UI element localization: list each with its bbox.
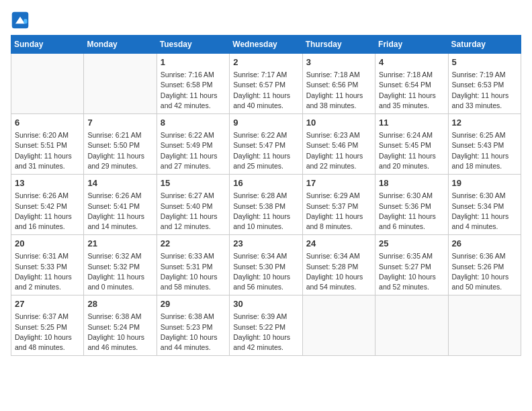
day-info: Sunrise: 6:28 AM Sunset: 5:38 PM Dayligh… (233, 191, 298, 232)
day-number: 2 (233, 56, 298, 68)
day-number: 29 (161, 298, 226, 310)
calendar-cell (11, 54, 84, 114)
day-number: 6 (15, 117, 80, 129)
logo (11, 11, 32, 30)
calendar-cell: 15Sunrise: 6:27 AM Sunset: 5:40 PM Dayli… (157, 175, 229, 235)
calendar-cell (302, 295, 375, 356)
day-of-week-header: Wednesday (230, 36, 302, 54)
day-number: 12 (452, 117, 517, 129)
day-info: Sunrise: 7:18 AM Sunset: 6:54 PM Dayligh… (379, 70, 444, 111)
calendar-cell: 12Sunrise: 6:25 AM Sunset: 5:43 PM Dayli… (448, 114, 521, 175)
day-info: Sunrise: 6:30 AM Sunset: 5:36 PM Dayligh… (379, 191, 444, 232)
day-of-week-header: Tuesday (157, 36, 229, 54)
day-info: Sunrise: 6:37 AM Sunset: 5:25 PM Dayligh… (15, 312, 80, 353)
calendar-week-row: 6Sunrise: 6:20 AM Sunset: 5:51 PM Daylig… (11, 114, 521, 175)
day-number: 26 (452, 238, 517, 250)
day-info: Sunrise: 6:26 AM Sunset: 5:41 PM Dayligh… (87, 191, 152, 232)
calendar-cell: 6Sunrise: 6:20 AM Sunset: 5:51 PM Daylig… (11, 114, 84, 175)
day-number: 25 (379, 238, 444, 250)
day-info: Sunrise: 7:16 AM Sunset: 6:58 PM Dayligh… (161, 70, 226, 111)
calendar-table: SundayMondayTuesdayWednesdayThursdayFrid… (11, 35, 521, 356)
day-info: Sunrise: 6:33 AM Sunset: 5:31 PM Dayligh… (161, 251, 226, 292)
svg-rect-2 (24, 19, 27, 24)
day-number: 19 (452, 177, 517, 189)
calendar-cell: 16Sunrise: 6:28 AM Sunset: 5:38 PM Dayli… (230, 175, 302, 235)
day-number: 28 (87, 298, 152, 310)
day-number: 22 (161, 238, 226, 250)
calendar-cell: 24Sunrise: 6:34 AM Sunset: 5:28 PM Dayli… (302, 235, 375, 295)
day-info: Sunrise: 6:35 AM Sunset: 5:27 PM Dayligh… (379, 251, 444, 292)
day-info: Sunrise: 6:20 AM Sunset: 5:51 PM Dayligh… (15, 130, 80, 171)
day-number: 17 (306, 177, 371, 189)
calendar-header-row: SundayMondayTuesdayWednesdayThursdayFrid… (11, 36, 521, 54)
day-info: Sunrise: 6:38 AM Sunset: 5:23 PM Dayligh… (161, 312, 226, 353)
day-of-week-header: Friday (375, 36, 448, 54)
day-number: 10 (306, 117, 371, 129)
calendar-cell: 19Sunrise: 6:30 AM Sunset: 5:34 PM Dayli… (448, 175, 521, 235)
calendar-body: 1Sunrise: 7:16 AM Sunset: 6:58 PM Daylig… (11, 54, 521, 356)
day-info: Sunrise: 6:26 AM Sunset: 5:42 PM Dayligh… (15, 191, 80, 232)
calendar-cell: 14Sunrise: 6:26 AM Sunset: 5:41 PM Dayli… (84, 175, 157, 235)
calendar-cell: 26Sunrise: 6:36 AM Sunset: 5:26 PM Dayli… (448, 235, 521, 295)
day-number: 27 (15, 298, 80, 310)
calendar-cell: 17Sunrise: 6:29 AM Sunset: 5:37 PM Dayli… (302, 175, 375, 235)
calendar-week-row: 27Sunrise: 6:37 AM Sunset: 5:25 PM Dayli… (11, 295, 521, 356)
calendar-cell: 3Sunrise: 7:18 AM Sunset: 6:56 PM Daylig… (302, 54, 375, 114)
day-number: 8 (161, 117, 226, 129)
calendar-cell: 7Sunrise: 6:21 AM Sunset: 5:50 PM Daylig… (84, 114, 157, 175)
day-number: 20 (15, 238, 80, 250)
day-info: Sunrise: 6:21 AM Sunset: 5:50 PM Dayligh… (87, 130, 152, 171)
calendar-cell: 2Sunrise: 7:17 AM Sunset: 6:57 PM Daylig… (230, 54, 302, 114)
day-info: Sunrise: 7:18 AM Sunset: 6:56 PM Dayligh… (306, 70, 371, 111)
day-number: 30 (233, 298, 298, 310)
day-number: 11 (379, 117, 444, 129)
day-number: 7 (87, 117, 152, 129)
calendar-cell: 4Sunrise: 7:18 AM Sunset: 6:54 PM Daylig… (375, 54, 448, 114)
calendar-cell: 30Sunrise: 6:39 AM Sunset: 5:22 PM Dayli… (230, 295, 302, 356)
day-of-week-header: Thursday (302, 36, 375, 54)
calendar-week-row: 1Sunrise: 7:16 AM Sunset: 6:58 PM Daylig… (11, 54, 521, 114)
calendar-cell: 28Sunrise: 6:38 AM Sunset: 5:24 PM Dayli… (84, 295, 157, 356)
day-number: 18 (379, 177, 444, 189)
day-of-week-header: Sunday (11, 36, 84, 54)
calendar-cell (84, 54, 157, 114)
calendar-cell: 8Sunrise: 6:22 AM Sunset: 5:49 PM Daylig… (157, 114, 229, 175)
calendar-cell: 1Sunrise: 7:16 AM Sunset: 6:58 PM Daylig… (157, 54, 229, 114)
day-info: Sunrise: 6:36 AM Sunset: 5:26 PM Dayligh… (452, 251, 517, 292)
day-info: Sunrise: 6:27 AM Sunset: 5:40 PM Dayligh… (161, 191, 226, 232)
calendar-cell: 20Sunrise: 6:31 AM Sunset: 5:33 PM Dayli… (11, 235, 84, 295)
day-of-week-header: Monday (84, 36, 157, 54)
day-number: 9 (233, 117, 298, 129)
calendar-cell: 5Sunrise: 7:19 AM Sunset: 6:53 PM Daylig… (448, 54, 521, 114)
calendar-cell: 21Sunrise: 6:32 AM Sunset: 5:32 PM Dayli… (84, 235, 157, 295)
day-info: Sunrise: 6:38 AM Sunset: 5:24 PM Dayligh… (87, 312, 152, 353)
day-number: 24 (306, 238, 371, 250)
day-number: 3 (306, 56, 371, 68)
day-info: Sunrise: 7:17 AM Sunset: 6:57 PM Dayligh… (233, 70, 298, 111)
day-number: 5 (452, 56, 517, 68)
page-header (11, 11, 521, 30)
day-info: Sunrise: 6:34 AM Sunset: 5:28 PM Dayligh… (306, 251, 371, 292)
day-number: 14 (87, 177, 152, 189)
day-info: Sunrise: 6:22 AM Sunset: 5:47 PM Dayligh… (233, 130, 298, 171)
calendar-cell: 22Sunrise: 6:33 AM Sunset: 5:31 PM Dayli… (157, 235, 229, 295)
day-of-week-header: Saturday (448, 36, 521, 54)
day-number: 13 (15, 177, 80, 189)
calendar-cell: 11Sunrise: 6:24 AM Sunset: 5:45 PM Dayli… (375, 114, 448, 175)
day-info: Sunrise: 6:24 AM Sunset: 5:45 PM Dayligh… (379, 130, 444, 171)
day-number: 15 (161, 177, 226, 189)
day-info: Sunrise: 6:31 AM Sunset: 5:33 PM Dayligh… (15, 251, 80, 292)
day-info: Sunrise: 6:25 AM Sunset: 5:43 PM Dayligh… (452, 130, 517, 171)
day-info: Sunrise: 6:30 AM Sunset: 5:34 PM Dayligh… (452, 191, 517, 232)
day-number: 23 (233, 238, 298, 250)
calendar-cell: 18Sunrise: 6:30 AM Sunset: 5:36 PM Dayli… (375, 175, 448, 235)
calendar-cell: 13Sunrise: 6:26 AM Sunset: 5:42 PM Dayli… (11, 175, 84, 235)
day-number: 4 (379, 56, 444, 68)
day-info: Sunrise: 6:39 AM Sunset: 5:22 PM Dayligh… (233, 312, 298, 353)
day-info: Sunrise: 6:29 AM Sunset: 5:37 PM Dayligh… (306, 191, 371, 232)
day-info: Sunrise: 6:34 AM Sunset: 5:30 PM Dayligh… (233, 251, 298, 292)
calendar-cell: 25Sunrise: 6:35 AM Sunset: 5:27 PM Dayli… (375, 235, 448, 295)
day-info: Sunrise: 6:22 AM Sunset: 5:49 PM Dayligh… (161, 130, 226, 171)
calendar-cell (375, 295, 448, 356)
logo-icon (11, 11, 30, 30)
